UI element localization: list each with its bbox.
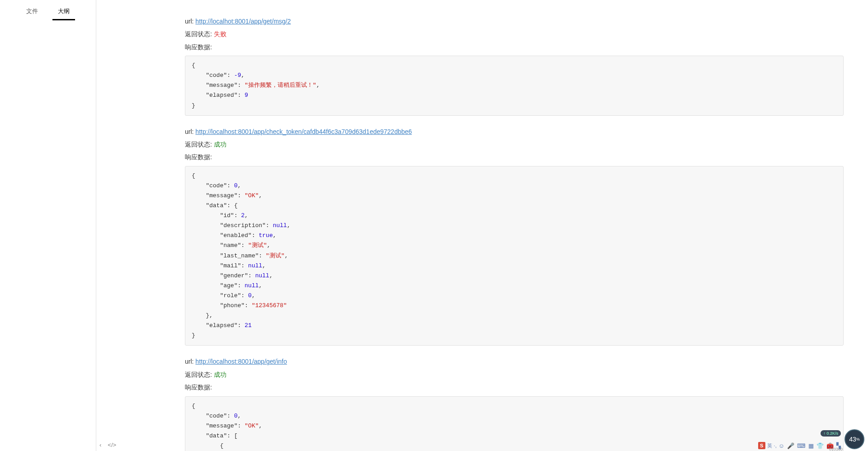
grid-icon[interactable]: ▦ [808,442,814,449]
request-block: url: http://localhost:8001/app/get/info … [185,356,844,451]
response-label: 响应数据: [185,153,212,161]
shirt-icon[interactable]: 👕 [816,442,824,449]
perf-value: 43 [849,436,856,443]
system-tray: S 英 ·, ☺ 🎤 ⌨ ▦ 👕 🧰 ▚ [758,442,841,449]
url-label: url: [185,358,193,365]
sidebar: 文件 大纲 [0,0,96,451]
response-label: 响应数据: [185,43,212,51]
perf-suffix: % [856,437,860,442]
keyboard-icon[interactable]: ⌨ [797,442,806,449]
json-block: { "code": 0, "message": "OK", "data": { … [185,166,844,346]
response-label: 响应数据: [185,384,212,391]
json-block: { "code": 0, "message": "OK", "data": [ … [185,396,844,451]
json-block: { "code": -9, "message": "操作频繁，请稍后重试！", … [185,56,844,115]
status-label: 返回状态: [185,371,212,378]
url-label: url: [185,18,193,25]
mic-icon[interactable]: 🎤 [787,442,794,449]
sidebar-tabs: 文件 大纲 [0,0,96,20]
status-value: 成功 [214,371,226,378]
url-label: url: [185,128,193,135]
tray-time: 010360 [829,447,843,451]
status-label: 返回状态: [185,141,212,148]
tab-file[interactable]: 文件 [21,4,43,20]
main-content[interactable]: url: http://localhot:8001/app/get/msg/2 … [96,0,857,451]
status-value: 失败 [214,30,226,38]
tab-outline[interactable]: 大纲 [52,4,75,20]
perf-circle[interactable]: 43% [844,429,864,449]
net-speed-badge: ↑ 0.2K/s [821,430,841,437]
url-link[interactable]: http://localhot:8001/app/get/msg/2 [195,18,291,25]
tray-sep: ·, [774,443,777,448]
sogou-icon[interactable]: S [758,442,765,449]
url-link[interactable]: http://localhost:8001/app/check_token/ca… [195,128,412,135]
request-block: url: http://localhost:8001/app/check_tok… [185,127,844,346]
url-link[interactable]: http://localhost:8001/app/get/info [195,358,287,365]
request-block: url: http://localhot:8001/app/get/msg/2 … [185,16,844,116]
emoji-icon[interactable]: ☺ [778,442,784,449]
status-value: 成功 [214,141,226,148]
ime-indicator[interactable]: 英 [767,442,772,449]
status-label: 返回状态: [185,30,212,38]
